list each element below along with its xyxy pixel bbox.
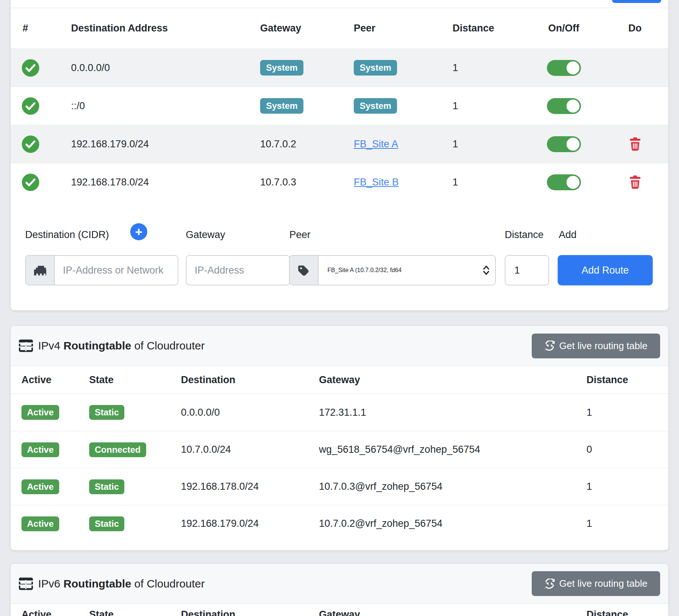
destination-cell: 192.168.179.0/24	[165, 518, 309, 529]
col-distance: Distance	[572, 374, 668, 386]
distance-label: Distance	[505, 229, 544, 241]
col-peer: Peer	[343, 23, 438, 34]
add-route-button[interactable]: Add Route	[558, 255, 653, 285]
state-badge: Static	[89, 479, 124, 494]
active-badge: Active	[21, 479, 59, 494]
col-destination: Destination Address	[59, 23, 249, 34]
destination-cell: 192.168.178.0/24	[165, 481, 309, 492]
status-check-icon	[22, 59, 39, 77]
ipv4-card-title: IPv4 Routingtable of Cloudrouter	[38, 339, 205, 352]
cropped-primary-button[interactable]	[612, 0, 661, 3]
route-row: 192.168.179.0/24 10.7.0.2 FB_Site A 1	[11, 125, 668, 163]
system-badge: System	[354, 98, 397, 114]
destination-label: Destination (CIDR)	[25, 229, 109, 241]
state-badge: Connected	[89, 442, 146, 457]
gateway-input[interactable]	[186, 255, 290, 285]
gateway-cell: 10.7.0.3@vrf_zohep_56754	[309, 481, 572, 492]
col-destination: Destination	[165, 374, 309, 386]
chevron-updown-icon	[483, 265, 490, 275]
route-toggle[interactable]	[547, 136, 581, 152]
gateway-cell: 10.7.0.2@vrf_zohep_56754	[309, 518, 572, 529]
tag-icon	[290, 256, 319, 285]
get-live-routing-table-button[interactable]: Get live routing table	[532, 334, 660, 358]
ipv4-route-row: Active Connected 10.7.0.0/24 wg_5618_567…	[11, 431, 668, 468]
active-badge: Active	[21, 442, 59, 457]
status-check-icon	[22, 97, 39, 115]
active-badge: Active	[21, 516, 59, 531]
add-label: Add	[559, 229, 577, 241]
ipv4-table-header: Active State Destination Gateway Distanc…	[11, 366, 668, 394]
route-toggle[interactable]	[547, 98, 581, 114]
gateway-cell: 10.7.0.3	[249, 177, 343, 188]
col-gateway: Gateway	[309, 609, 572, 616]
ethernet-icon	[26, 256, 55, 285]
destination-input[interactable]	[55, 256, 178, 285]
table-icon	[19, 578, 33, 590]
plus-icon[interactable]: +	[130, 223, 147, 240]
active-badge: Active	[21, 405, 59, 420]
distance-cell: 1	[572, 518, 668, 529]
destination-input-group	[25, 255, 178, 285]
trash-icon	[629, 175, 641, 189]
status-check-icon	[22, 135, 39, 153]
peer-select-group: FB_Site A (10.7.0.2/32, fd64	[289, 255, 496, 285]
refresh-icon	[544, 341, 555, 351]
distance-cell: 1	[572, 407, 668, 418]
delete-route-button[interactable]	[628, 174, 642, 190]
destination-cell: ::/0	[59, 100, 249, 112]
peer-label: Peer	[289, 229, 310, 241]
col-state: State	[78, 609, 165, 616]
get-live-routing-table-button[interactable]: Get live routing table	[532, 571, 660, 596]
distance-cell: 1	[438, 177, 526, 188]
col-state: State	[78, 374, 165, 386]
ipv4-route-row: Active Static 192.168.179.0/24 10.7.0.2@…	[11, 505, 668, 542]
ipv6-routingtable-card: IPv6 Routingtable of Cloudrouter Get liv…	[10, 563, 669, 616]
routing-page: # Destination Address Gateway Peer Dista…	[0, 0, 679, 616]
ipv4-card-header: IPv4 Routingtable of Cloudrouter Get liv…	[11, 326, 668, 366]
system-badge: System	[260, 60, 303, 76]
table-icon	[19, 339, 33, 352]
destination-cell: 192.168.179.0/24	[59, 138, 249, 150]
destination-cell: 0.0.0.0/0	[59, 62, 249, 74]
trash-icon	[629, 137, 641, 151]
ipv4-routingtable-card: IPv4 Routingtable of Cloudrouter Get liv…	[10, 325, 669, 550]
delete-route-button[interactable]	[628, 136, 642, 152]
distance-cell: 1	[572, 481, 668, 492]
route-toggle[interactable]	[547, 174, 581, 190]
refresh-icon	[544, 579, 555, 589]
col-active: Active	[11, 609, 78, 616]
ipv6-card-header: IPv6 Routingtable of Cloudrouter Get liv…	[11, 564, 668, 604]
distance-cell: 1	[438, 62, 526, 74]
distance-input[interactable]	[505, 255, 549, 285]
destination-cell: 192.168.178.0/24	[59, 177, 249, 188]
ipv6-table-header: Active State Destination Gateway Distanc…	[11, 604, 668, 616]
distance-cell: 1	[438, 100, 526, 112]
col-gateway: Gateway	[309, 374, 572, 386]
system-badge: System	[354, 60, 397, 76]
routes-card: # Destination Address Gateway Peer Dista…	[10, 0, 669, 311]
peer-link[interactable]: FB_Site A	[354, 138, 398, 150]
ipv4-route-row: Active Static 0.0.0.0/0 172.31.1.1 1	[11, 394, 668, 431]
gateway-cell: wg_5618_56754@vrf_zohep_56754	[309, 444, 572, 455]
destination-cell: 0.0.0.0/0	[165, 407, 309, 418]
col-number: #	[11, 23, 59, 34]
status-check-icon	[22, 174, 39, 191]
system-badge: System	[260, 98, 303, 114]
col-active: Active	[11, 374, 78, 386]
route-row: 0.0.0.0/0 System System 1	[11, 48, 668, 87]
peer-select[interactable]: FB_Site A (10.7.0.2/32, fd64	[319, 256, 495, 285]
gateway-label: Gateway	[186, 229, 225, 241]
card-header-strip	[11, 0, 668, 8]
ipv6-card-title: IPv6 Routingtable of Cloudrouter	[38, 578, 205, 590]
col-gateway: Gateway	[249, 23, 343, 34]
peer-link[interactable]: FB_Site B	[354, 177, 399, 188]
col-destination: Destination	[165, 609, 309, 616]
ipv4-route-row: Active Static 192.168.178.0/24 10.7.0.3@…	[11, 468, 668, 505]
routes-table-header: # Destination Address Gateway Peer Dista…	[11, 8, 668, 48]
peer-select-value: FB_Site A (10.7.0.2/32, fd64	[327, 267, 401, 274]
route-toggle[interactable]	[547, 60, 581, 76]
route-row: ::/0 System System 1	[11, 87, 668, 125]
col-distance: Distance	[438, 23, 526, 34]
distance-cell: 0	[572, 444, 668, 455]
col-distance: Distance	[572, 609, 668, 616]
